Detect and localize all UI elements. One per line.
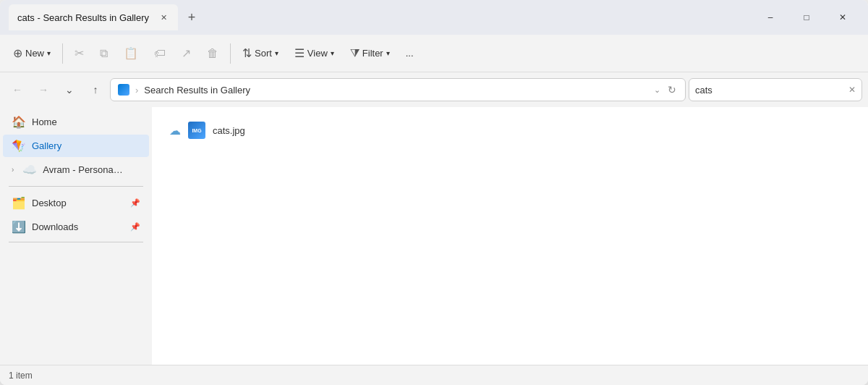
sort-button[interactable]: ⇅ Sort ▾ xyxy=(235,41,286,67)
share-button[interactable]: ↗ xyxy=(174,41,198,67)
home-icon: 🏠 xyxy=(12,115,26,129)
cut-icon: ✂ xyxy=(75,46,84,60)
sidebar-separator xyxy=(9,186,143,187)
sort-icon: ⇅ xyxy=(242,46,252,60)
search-input[interactable] xyxy=(695,85,846,96)
path-icon xyxy=(118,84,129,96)
sidebar-separator-2 xyxy=(9,242,143,242)
sort-label: Sort xyxy=(255,48,272,59)
new-label: New xyxy=(25,48,44,59)
file-type-icon: IMG xyxy=(188,122,205,139)
gallery-icon: 🪁 xyxy=(12,139,26,153)
address-bar-row: ← → ⌄ ↑ › Search Results in Gallery ⌄ ↻ … xyxy=(0,72,868,107)
sort-dropdown-icon: ▾ xyxy=(275,49,278,57)
window-controls: – □ ✕ xyxy=(754,6,859,29)
pin-icon-downloads: 📌 xyxy=(130,222,140,232)
address-bar[interactable]: › Search Results in Gallery ⌄ ↻ xyxy=(110,78,686,101)
sidebar: 🏠 Home 🪁 Gallery › ☁️ Avram - Persona… 🗂… xyxy=(0,107,152,365)
title-bar: cats - Search Results in Gallery ✕ + – □… xyxy=(0,0,868,35)
expand-arrow-icon: › xyxy=(12,166,14,174)
pin-icon-desktop: 📌 xyxy=(130,198,140,208)
toolbar: ⊕ New ▾ ✂ ⧉ 📋 🏷 ↗ 🗑 ⇅ Sort ▾ ☰ xyxy=(0,35,868,72)
cloud-sync-icon: ☁ xyxy=(169,124,181,138)
rename-icon: 🏷 xyxy=(154,47,166,60)
sidebar-item-label-avram: Avram - Persona… xyxy=(43,164,122,175)
view-label: View xyxy=(307,48,328,59)
sidebar-item-home[interactable]: 🏠 Home xyxy=(3,111,149,133)
tab-title: cats - Search Results in Gallery xyxy=(17,12,149,23)
up-button[interactable]: ↑ xyxy=(84,78,107,101)
address-separator: › xyxy=(135,85,138,96)
more-label: ... xyxy=(406,48,414,59)
dropdown-button[interactable]: ⌄ xyxy=(58,78,81,101)
main-area: 🏠 Home 🪁 Gallery › ☁️ Avram - Persona… 🗂… xyxy=(0,107,868,365)
file-item[interactable]: ☁ IMG cats.jpg xyxy=(163,119,251,142)
paste-button[interactable]: 📋 xyxy=(116,41,145,67)
window: cats - Search Results in Gallery ✕ + – □… xyxy=(0,0,868,385)
sidebar-item-label-gallery: Gallery xyxy=(32,140,61,151)
delete-button[interactable]: 🗑 xyxy=(200,41,226,67)
file-type-label: IMG xyxy=(192,128,201,133)
view-button[interactable]: ☰ View ▾ xyxy=(287,41,341,67)
sidebar-item-gallery[interactable]: 🪁 Gallery xyxy=(3,135,149,157)
toolbar-separator-1 xyxy=(62,43,63,64)
sidebar-item-label-home: Home xyxy=(32,117,57,127)
share-icon: ↗ xyxy=(182,46,191,60)
paste-icon: 📋 xyxy=(124,46,138,60)
cloud-drive-icon: ☁️ xyxy=(22,163,37,177)
new-tab-button[interactable]: + xyxy=(181,7,203,28)
cut-button[interactable]: ✂ xyxy=(67,41,91,67)
forward-button[interactable]: → xyxy=(32,78,55,101)
filter-button[interactable]: ⧩ Filter ▾ xyxy=(343,41,397,67)
filter-label: Filter xyxy=(362,48,383,59)
maximize-button[interactable]: □ xyxy=(790,6,823,29)
refresh-button[interactable]: ↻ xyxy=(666,82,678,97)
copy-button[interactable]: ⧉ xyxy=(93,41,115,67)
search-clear-button[interactable]: ✕ xyxy=(848,85,856,95)
delete-icon: 🗑 xyxy=(207,47,218,60)
minimize-button[interactable]: – xyxy=(754,6,787,29)
new-dropdown-icon: ▾ xyxy=(47,49,51,57)
filter-icon: ⧩ xyxy=(350,47,359,60)
close-button[interactable]: ✕ xyxy=(826,6,859,29)
tab-close-button[interactable]: ✕ xyxy=(158,12,169,23)
search-bar[interactable]: ✕ xyxy=(689,78,862,101)
status-bar: 1 item xyxy=(0,365,868,385)
more-button[interactable]: ... xyxy=(399,41,421,67)
sidebar-item-downloads[interactable]: ⬇️ Downloads 📌 xyxy=(3,216,149,238)
back-button[interactable]: ← xyxy=(6,78,29,101)
new-button[interactable]: ⊕ New ▾ xyxy=(6,41,58,67)
sidebar-item-desktop[interactable]: 🗂️ Desktop 📌 xyxy=(3,192,149,214)
tab-active[interactable]: cats - Search Results in Gallery ✕ xyxy=(9,4,178,30)
sidebar-item-avram[interactable]: › ☁️ Avram - Persona… xyxy=(3,158,149,181)
view-dropdown-icon: ▾ xyxy=(331,49,334,57)
content-pane: ☁ IMG cats.jpg xyxy=(152,107,868,365)
toolbar-separator-2 xyxy=(230,43,231,64)
sidebar-item-label-downloads: Downloads xyxy=(32,221,78,232)
view-icon: ☰ xyxy=(294,46,305,60)
sidebar-item-label-desktop: Desktop xyxy=(32,198,67,208)
address-dropdown-icon[interactable]: ⌄ xyxy=(654,85,660,95)
rename-button[interactable]: 🏷 xyxy=(147,41,173,67)
status-text: 1 item xyxy=(9,371,33,381)
desktop-icon: 🗂️ xyxy=(12,196,26,210)
new-icon: ⊕ xyxy=(13,46,22,60)
file-name: cats.jpg xyxy=(213,125,245,136)
downloads-icon: ⬇️ xyxy=(12,220,26,234)
copy-icon: ⧉ xyxy=(100,47,108,60)
filter-dropdown-icon: ▾ xyxy=(386,49,390,57)
address-text: Search Results in Gallery xyxy=(144,85,648,96)
sidebar-wrapper: 🏠 Home 🪁 Gallery › ☁️ Avram - Persona… 🗂… xyxy=(0,107,152,365)
